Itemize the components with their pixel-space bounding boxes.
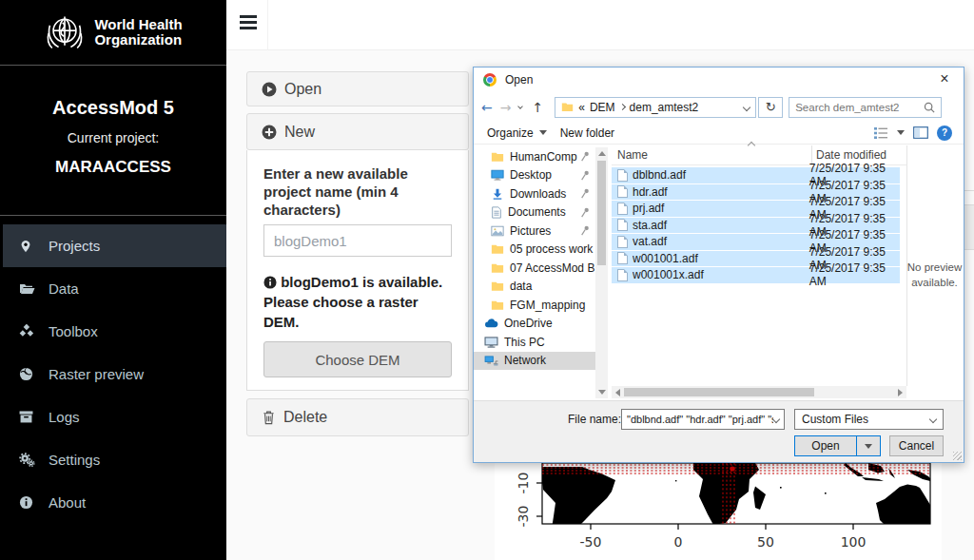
refresh-button[interactable]: ↻: [758, 97, 783, 118]
dialog-title: Open: [505, 73, 533, 87]
info-icon: [263, 276, 277, 289]
preview-pane-icon[interactable]: [913, 126, 928, 139]
trash-icon: [262, 410, 276, 425]
search-field[interactable]: [789, 97, 942, 118]
help-icon[interactable]: ?: [937, 126, 952, 141]
sidebar-item-logs[interactable]: Logs: [0, 396, 226, 438]
nav-item-data[interactable]: data: [474, 278, 595, 297]
nav-item-label: data: [510, 280, 532, 293]
breadcrumb-collapsed[interactable]: «: [578, 101, 585, 114]
background-divider: [964, 190, 974, 191]
map-marker-icon: [19, 239, 40, 254]
nav-item-network[interactable]: Network: [474, 352, 595, 371]
back-button[interactable]: ←: [481, 100, 493, 115]
nav-item-label: HumanComp: [510, 150, 577, 164]
history-chevron-icon[interactable]: [518, 104, 524, 109]
nav-scrollbar[interactable]: [595, 147, 608, 398]
search-input[interactable]: [795, 102, 924, 113]
nav-item-pictures[interactable]: Pictures: [474, 222, 595, 241]
documents-icon: [491, 206, 502, 219]
close-icon[interactable]: ×: [925, 68, 964, 92]
dialog-titlebar[interactable]: Open ×: [474, 68, 964, 92]
up-button[interactable]: ↑: [532, 100, 543, 115]
sidebar-item-settings[interactable]: Settings: [0, 438, 226, 481]
nav-item-label: Documents: [508, 205, 566, 219]
accessmod-app: World Health Organization AccessMod 5 Cu…: [0, 0, 974, 560]
pin-icon: [580, 188, 590, 199]
sidebar-item-label: Settings: [49, 452, 100, 468]
scrollbar-thumb[interactable]: [624, 388, 814, 396]
nav-item-05-process-work[interactable]: 05 process work: [474, 241, 595, 260]
y-tick-label: -10: [516, 473, 531, 494]
nav-item-desktop[interactable]: Desktop: [474, 166, 595, 185]
nav-item-downloads[interactable]: Downloads: [474, 184, 595, 203]
scroll-left-icon[interactable]: [615, 389, 620, 396]
file-name: w001001x.adf: [633, 268, 809, 281]
file-name: dblbnd.adf: [633, 168, 809, 182]
file-name-combobox[interactable]: "dblbnd.adf" "hdr.adf" "prj.adf" "st: [621, 409, 785, 430]
column-date-modified[interactable]: Date modified: [816, 148, 886, 162]
sidebar-item-projects[interactable]: Projects: [0, 224, 226, 267]
scroll-right-icon[interactable]: [898, 389, 903, 396]
file-type-select[interactable]: Custom Files: [794, 409, 944, 430]
topbar-separator: [267, 0, 268, 50]
scroll-up-icon[interactable]: [598, 151, 606, 156]
nav-item-label: 07 AccessMod B: [510, 261, 594, 275]
nav-item-label: Downloads: [510, 187, 566, 201]
new-folder-button[interactable]: New folder: [560, 126, 614, 140]
delete-accordion-header[interactable]: Delete: [246, 398, 469, 436]
nav-item-label: This PC: [504, 336, 545, 349]
new-accordion-header[interactable]: New: [246, 113, 469, 150]
breadcrumb-current[interactable]: dem_amtest2: [630, 101, 699, 114]
sidebar-item-raster-preview[interactable]: Raster preview: [0, 353, 226, 396]
sidebar-item-data[interactable]: Data: [0, 267, 226, 310]
who-brand-line2: Organization: [94, 32, 182, 48]
cancel-button[interactable]: Cancel: [889, 435, 944, 456]
project-name-input[interactable]: [263, 224, 452, 257]
topbar: [226, 0, 974, 50]
column-name[interactable]: Name: [617, 148, 648, 162]
open-split-caret-icon[interactable]: [856, 436, 880, 455]
hamburger-icon[interactable]: [240, 15, 257, 32]
current-project-name: MARAACCESS: [0, 158, 226, 177]
resize-grip[interactable]: [953, 452, 962, 460]
file-icon: [617, 252, 628, 264]
gears-icon: [19, 453, 40, 468]
nav-item-07-accessmod[interactable]: 07 AccessMod B: [474, 259, 595, 278]
nav-item-fgm-mapping[interactable]: FGM_mapping: [474, 296, 595, 315]
nav-item-humancomp[interactable]: HumanComp: [474, 147, 595, 166]
breadcrumb-dropdown-icon[interactable]: [743, 103, 750, 110]
x-tick-label: -50: [580, 534, 602, 550]
x-tick-label: 50: [757, 534, 774, 550]
breadcrumb[interactable]: « DEM dem_amtest2: [555, 97, 756, 118]
scrollbar-thumb[interactable]: [597, 161, 606, 265]
scroll-down-icon[interactable]: [598, 390, 606, 395]
sidebar-item-label: Toolbox: [49, 323, 98, 339]
nav-item-this-pc[interactable]: This PC: [474, 333, 595, 352]
preview-pane-message: No preview available.: [906, 261, 963, 290]
folder-icon: [491, 299, 504, 311]
cubes-icon: [19, 324, 40, 339]
sidebar-item-about[interactable]: About: [0, 481, 226, 524]
nav-item-label: 05 process work: [510, 242, 593, 256]
sidebar-item-toolbox[interactable]: Toolbox: [0, 310, 226, 353]
downloads-icon: [491, 188, 504, 200]
nav-item-documents[interactable]: Documents: [474, 203, 595, 222]
x-tick-label: 100: [841, 534, 867, 550]
nav-item-onedrive[interactable]: OneDrive: [474, 315, 595, 334]
current-project-label: Current project:: [0, 130, 226, 145]
nav-item-label: FGM_mapping: [510, 299, 585, 312]
file-date: 7/25/2017 9:35 AM: [809, 261, 900, 288]
file-list-scrollbar[interactable]: [612, 386, 906, 398]
view-list-icon[interactable]: [873, 126, 888, 140]
chevron-down-icon: [929, 415, 937, 423]
open-button[interactable]: Open: [794, 435, 881, 456]
file-icon: [617, 269, 628, 281]
organize-menu[interactable]: Organize: [487, 126, 547, 140]
forward-button[interactable]: →: [500, 100, 512, 115]
open-accordion-header[interactable]: Open: [246, 71, 469, 106]
file-row-w001001x[interactable]: w001001x.adf 7/25/2017 9:35 AM: [612, 267, 900, 283]
choose-dem-button[interactable]: Choose DEM: [263, 341, 452, 377]
view-options-caret-icon[interactable]: [897, 130, 905, 135]
breadcrumb-parent[interactable]: DEM: [590, 101, 615, 114]
